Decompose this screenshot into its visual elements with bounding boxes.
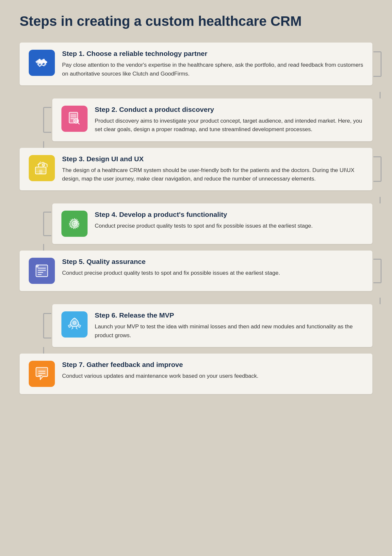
- step-title-2: Step 2. Conduct a product discovery: [95, 106, 363, 113]
- step-title-1: Step 1. Choose a reliable technology par…: [62, 50, 363, 58]
- step-icon-wrap-3: [29, 155, 55, 181]
- step-content-5: Step 5. Quality assurance Conduct precis…: [62, 258, 363, 277]
- step-desc-7: Conduct various updates and maintenance …: [62, 372, 363, 380]
- step-content-4: Step 4. Develop a product's functionalit…: [95, 211, 363, 230]
- connector-left-2: [43, 107, 51, 132]
- connector-right-1: [373, 51, 382, 77]
- design-icon: [33, 160, 50, 177]
- page-title: Steps in creating a custom healthcare CR…: [20, 13, 372, 29]
- step-icon-wrap-4: [61, 211, 88, 237]
- qa-icon: [33, 262, 50, 279]
- spacer-3: [20, 197, 372, 203]
- step-wrapper-3: Step 3. Design UI and UX The design of a…: [20, 148, 372, 191]
- step-desc-1: Pay close attention to the vendor's expe…: [62, 61, 363, 78]
- step-content-2: Step 2. Conduct a product discovery Prod…: [95, 106, 363, 134]
- spacer-1: [20, 92, 372, 98]
- connector-right-3: [373, 156, 382, 182]
- step-title-6: Step 6. Release the MVP: [95, 311, 363, 319]
- step-card-4: Step 4. Develop a product's functionalit…: [52, 203, 372, 244]
- connector-left-4: [43, 212, 51, 236]
- step-title-7: Step 7. Gather feedback and improve: [62, 361, 363, 369]
- step-content-7: Step 7. Gather feedback and improve Cond…: [62, 361, 363, 380]
- feedback-icon: [33, 365, 50, 382]
- step-title-4: Step 4. Develop a product's functionalit…: [95, 211, 363, 218]
- connector-right-5: [373, 259, 382, 283]
- step-title-3: Step 3. Design UI and UX: [62, 155, 363, 163]
- step-wrapper-7: Step 7. Gather feedback and improve Cond…: [20, 354, 372, 394]
- step-title-5: Step 5. Quality assurance: [62, 258, 363, 266]
- steps-container: Step 1. Choose a reliable technology par…: [20, 43, 372, 401]
- step-card-7: Step 7. Gather feedback and improve Cond…: [20, 354, 372, 394]
- step-desc-4: Conduct precise product quality tests to…: [95, 222, 363, 230]
- step-icon-wrap-5: [29, 258, 55, 284]
- step-wrapper-1: Step 1. Choose a reliable technology par…: [20, 43, 372, 85]
- step-content-1: Step 1. Choose a reliable technology par…: [62, 50, 363, 78]
- vconnector-1: [380, 92, 381, 98]
- step-desc-6: Launch your MVP to test the idea with mi…: [95, 322, 363, 340]
- step-icon-wrap-2: [61, 106, 88, 132]
- spacer-2: [20, 141, 372, 148]
- discovery-icon: [66, 110, 83, 127]
- step-card-2: Step 2. Conduct a product discovery Prod…: [52, 98, 372, 141]
- step-wrapper-2: Step 2. Conduct a product discovery Prod…: [52, 98, 372, 141]
- step-card-1: Step 1. Choose a reliable technology par…: [20, 43, 372, 85]
- connector-left-6: [43, 313, 51, 339]
- step-icon-wrap-6: [61, 311, 88, 338]
- step-wrapper-6: Step 6. Release the MVP Launch your MVP …: [52, 304, 372, 347]
- vconnector-3: [380, 197, 381, 203]
- svg-point-22: [73, 321, 76, 325]
- step-card-3: Step 3. Design UI and UX The design of a…: [20, 148, 372, 191]
- step-desc-5: Conduct precise product quality tests to…: [62, 269, 363, 277]
- step-icon-wrap-7: [29, 361, 55, 387]
- develop-icon: [66, 215, 83, 232]
- spacer-5: [20, 298, 372, 304]
- spacer-6: [20, 347, 372, 354]
- step-icon-wrap-1: [29, 50, 55, 76]
- step-content-3: Step 3. Design UI and UX The design of a…: [62, 155, 363, 183]
- spacer-4: [20, 244, 372, 251]
- svg-line-8: [78, 122, 79, 124]
- step-card-5: Step 5. Quality assurance Conduct precis…: [20, 251, 372, 291]
- step-wrapper-5: Step 5. Quality assurance Conduct precis…: [20, 251, 372, 291]
- step-desc-2: Product discovery aims to investigate yo…: [95, 117, 363, 134]
- vconnector-4: [43, 244, 44, 251]
- vconnector-2: [43, 141, 44, 148]
- step-wrapper-4: Step 4. Develop a product's functionalit…: [52, 203, 372, 244]
- step-card-6: Step 6. Release the MVP Launch your MVP …: [52, 304, 372, 347]
- vconnector-5: [380, 298, 381, 304]
- rocket-icon: [66, 316, 83, 333]
- vconnector-6: [43, 347, 44, 354]
- handshake-icon: [33, 54, 50, 71]
- svg-rect-10: [39, 170, 42, 174]
- step-content-6: Step 6. Release the MVP Launch your MVP …: [95, 311, 363, 340]
- step-desc-3: The design of a healthcare CRM system sh…: [62, 166, 363, 183]
